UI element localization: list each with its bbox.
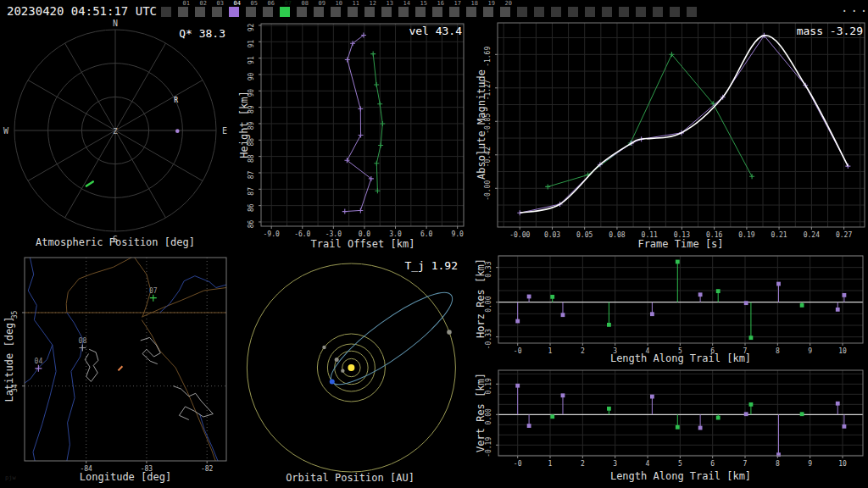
station-indicator-13[interactable]: 13 [381,7,392,17]
svg-text:Z: Z [113,127,118,136]
station-indicator-11[interactable]: 11 [348,7,358,17]
map-feature-river [160,276,226,313]
svg-text:6: 6 [710,460,715,468]
station-indicator[interactable] [653,7,663,17]
station-id-label: 12 [370,1,376,7]
station-indicator-17[interactable]: 17 [449,7,459,17]
svg-text:-0: -0 [514,347,522,355]
station-indicator-10[interactable]: 10 [331,7,341,17]
svg-text:3.0: 3.0 [389,230,402,238]
sky-marker-segment [86,181,93,186]
sky-marker-dot [175,129,180,133]
svg-text:-9.0: -9.0 [264,230,280,238]
svg-text:-1.69: -1.69 [484,47,492,67]
orbit-caption: Orbital Position [AU] [286,472,415,484]
horz-res-xlabel: Length Along Trail [km] [610,352,751,364]
station-indicator-20[interactable]: 20 [500,7,510,17]
station-indicator[interactable] [585,7,595,17]
magnitude-plot: -0.000.030.050.080.110.130.160.190.210.2… [475,21,868,250]
svg-text:N: N [113,19,118,28]
grid [25,258,226,461]
svg-text:2: 2 [581,347,585,355]
vert-res-xlabel: Length Along Trail [km] [610,470,751,482]
station-indicator-02[interactable]: 02 [195,7,205,17]
station-indicator-08[interactable]: 08 [297,7,307,17]
svg-text:07: 07 [149,287,158,295]
station-indicator[interactable] [551,7,561,17]
station-indicator-strip: 0102030405060708091011121314151617181920 [161,7,704,19]
svg-text:90: 90 [248,72,255,80]
svg-text:0.27: 0.27 [836,231,852,239]
svg-text:4: 4 [646,460,650,468]
station-id-label: 03 [217,1,224,7]
station-indicator[interactable] [670,7,680,17]
station-id-label: 01 [183,1,190,7]
grid [261,24,464,226]
svg-text:-0.00: -0.00 [509,231,530,239]
watermark: pjw [5,474,16,481]
map-feature-river [200,414,218,462]
station-indicator-01[interactable]: 01 [178,7,188,17]
svg-text:87: 87 [248,170,255,179]
station-indicator-04[interactable]: 04 [229,7,239,17]
svg-text:5: 5 [678,460,682,468]
svg-text:10: 10 [838,460,847,468]
planet-mars [322,346,326,349]
svg-text:92: 92 [248,23,255,31]
svg-text:91: 91 [248,56,255,64]
station-indicator[interactable] [602,7,612,17]
station-indicator-09[interactable]: 09 [314,7,324,17]
dashboard: 20230420 04:51:17 UTC 010203040506070809… [0,0,868,488]
meteor-orbit [321,280,463,397]
station-indicator-18[interactable]: 18 [466,7,476,17]
station-id-label: 05 [251,1,258,7]
station-indicator-16[interactable]: 16 [432,7,442,17]
station-indicator-07[interactable]: 07 [280,7,290,17]
station-indicator-19[interactable]: 19 [483,7,493,17]
svg-text:-6.0: -6.0 [294,230,310,238]
atmospheric-caption: Atmospheric Position [deg] [36,236,195,248]
timestamp: 20230420 04:51:17 UTC [7,4,157,18]
plot-frame [498,256,863,343]
station-indicator[interactable] [161,7,171,17]
station-indicator[interactable] [568,7,578,17]
station-indicator[interactable] [636,7,646,17]
station-id-label: 17 [454,1,461,7]
station-indicator[interactable] [687,7,697,17]
series-station-07 [370,52,385,194]
station-indicator[interactable] [517,7,527,17]
station-id-label: 04 [234,1,241,7]
tisserand-label: T_j 1.92 [404,259,458,272]
svg-text:7: 7 [743,460,748,468]
map-feature-urban [141,337,161,363]
station-indicator-03[interactable]: 03 [212,7,222,17]
map-feature-border [66,258,131,313]
svg-text:0.08: 0.08 [609,231,625,239]
overflow-menu[interactable]: ... [841,1,868,14]
station-indicator[interactable] [534,7,544,17]
series-station-07 [550,402,804,430]
map-feature-river [67,313,83,461]
station-id-label: 06 [268,1,275,7]
ground-track-map: 040708-84-83-823435 [0,250,237,488]
svg-text:-3.0: -3.0 [326,230,342,238]
svg-text:6.0: 6.0 [420,230,433,238]
station-indicator-14[interactable]: 14 [398,7,409,17]
svg-text:9: 9 [808,347,812,355]
station-id-label: 07 [285,1,292,7]
svg-text:8: 8 [776,460,780,468]
svg-text:0.24: 0.24 [804,231,820,239]
map-feature-urban [85,349,98,381]
station-indicator[interactable] [619,7,629,17]
map-xlabel: Longitude [deg] [80,471,171,483]
svg-text:9: 9 [808,460,812,468]
station-id-label: 19 [488,1,495,7]
station-indicator-05[interactable]: 05 [246,7,256,17]
series-station-07 [550,260,804,341]
station-id-label: 14 [403,1,410,7]
svg-text:10: 10 [838,347,847,355]
station-indicator-15[interactable]: 15 [415,7,426,17]
station-indicator-06[interactable]: 06 [263,7,273,17]
station-indicator-12[interactable]: 12 [364,7,375,17]
svg-text:1: 1 [548,460,553,468]
